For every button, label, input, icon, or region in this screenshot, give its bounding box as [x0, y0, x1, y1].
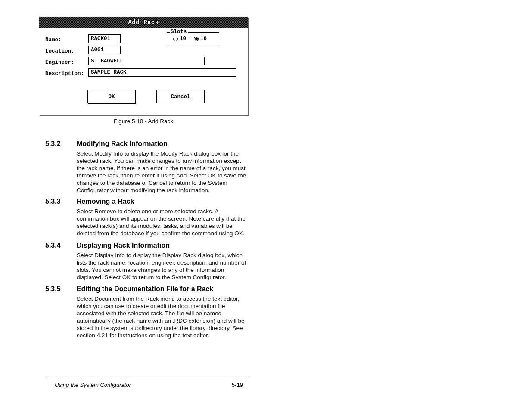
section-heading: Displaying Rack Information	[77, 242, 170, 249]
section-heading: Removing a Rack	[77, 198, 134, 206]
section-number: 5.3.5	[45, 285, 61, 293]
name-field[interactable]: RACK01	[88, 34, 121, 43]
section-body: Select Modify Info to display the Modify…	[77, 150, 247, 194]
slots-legend: Slots	[170, 29, 188, 35]
location-label: Location:	[45, 48, 75, 54]
cancel-button[interactable]: Cancel	[156, 90, 205, 103]
slots-option-10[interactable]: 10	[173, 36, 186, 42]
add-rack-dialog: Add Rack Name: RACK01 Location: A001 Eng…	[39, 17, 248, 115]
radio-icon	[194, 37, 199, 41]
cancel-button-label: Cancel	[171, 94, 190, 100]
footer-left: Using the System Configurator	[55, 382, 131, 388]
footer-rule	[45, 377, 249, 377]
section-heading: Editing the Documentation File for a Rac…	[77, 285, 213, 293]
figure-caption: Figure 5.10 - Add Rack	[39, 118, 248, 125]
description-label: Description:	[45, 71, 84, 77]
footer-right: 5-19	[232, 382, 243, 388]
section-body: Select Remove to delete one or more sele…	[77, 208, 247, 237]
section-number: 5.3.4	[45, 242, 61, 249]
engineer-label: Engineer:	[45, 59, 75, 65]
engineer-field[interactable]: S. BAGWELL	[88, 57, 205, 65]
radio-label: 10	[180, 36, 186, 42]
section-number: 5.3.3	[45, 198, 61, 206]
ok-button-label: OK	[108, 94, 115, 100]
section-body: Select Document from the Rack menu to ac…	[77, 295, 247, 339]
dialog-title: Add Rack	[128, 19, 159, 26]
name-label: Name:	[45, 37, 62, 43]
slots-option-16[interactable]: 16	[194, 36, 207, 42]
section-heading: Modifying Rack Information	[77, 140, 168, 148]
radio-label: 16	[200, 36, 207, 42]
section-body: Select Display Info to display the Displ…	[77, 252, 247, 281]
slots-fieldset: Slots 10 16	[167, 32, 219, 46]
dialog-titlebar: Add Rack	[39, 17, 248, 28]
ok-button[interactable]: OK	[87, 90, 136, 103]
description-field[interactable]: SAMPLE RACK	[88, 68, 236, 77]
radio-icon	[173, 37, 178, 41]
section-number: 5.3.2	[45, 140, 61, 148]
location-field[interactable]: A001	[88, 46, 121, 54]
dialog-body: Name: RACK01 Location: A001 Engineer: S.…	[39, 28, 248, 115]
